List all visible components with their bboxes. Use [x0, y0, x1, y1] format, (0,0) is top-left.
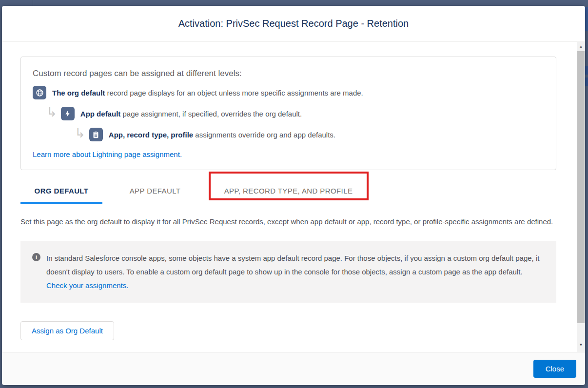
screen-backdrop: Activation: PrivSec Request Record Page … — [0, 0, 588, 388]
assign-org-default-button[interactable]: Assign as Org Default — [20, 321, 114, 340]
tab-app-record-type-profile[interactable]: APP, RECORD TYPE, AND PROFILE — [209, 178, 368, 204]
scroll-down-icon[interactable]: ▼ — [577, 341, 585, 349]
tab-app-default[interactable]: APP DEFAULT — [112, 178, 198, 204]
scroll-thumb[interactable] — [577, 51, 585, 323]
assignment-levels-card: Custom record pages can be assigned at d… — [20, 57, 556, 170]
level-row-app-record-profile: ↳ App, record type, profile assignments … — [75, 128, 544, 141]
modal-body: Custom record pages can be assigned at d… — [2, 42, 585, 352]
close-button[interactable]: Close — [533, 360, 576, 378]
info-icon: i — [32, 253, 40, 261]
tab-org-default[interactable]: ORG DEFAULT — [20, 178, 102, 204]
backdrop-fragment — [585, 66, 588, 75]
branch-arrow-icon: ↳ — [46, 106, 57, 118]
learn-more-link[interactable]: Learn more about Lightning page assignme… — [33, 150, 182, 158]
scroll-up-icon[interactable]: ▲ — [577, 43, 585, 51]
activation-modal: Activation: PrivSec Request Record Page … — [2, 6, 585, 385]
modal-title: Activation: PrivSec Request Record Page … — [178, 18, 409, 29]
tab-bar: ORG DEFAULT APP DEFAULT APP, RECORD TYPE… — [20, 178, 556, 204]
scrollbar[interactable]: ▲ ▼ — [577, 42, 585, 352]
card-heading: Custom record pages can be assigned at d… — [33, 69, 544, 78]
level-row-org-default: The org default record page displays for… — [33, 86, 544, 99]
check-assignments-link[interactable]: Check your assignments. — [46, 281, 128, 290]
backdrop-divider — [33, 0, 33, 6]
backdrop-fragment — [585, 78, 588, 86]
backdrop-fragment — [585, 7, 588, 31]
branch-arrow-icon: ↳ — [75, 127, 85, 139]
level-text: App default page assignment, if specifie… — [80, 110, 302, 118]
org-default-description: Set this page as the org default to disp… — [20, 215, 556, 228]
modal-header: Activation: PrivSec Request Record Page … — [2, 6, 585, 41]
clipboard-icon — [89, 128, 103, 141]
lightning-icon — [61, 107, 75, 120]
note-text: In standard Salesforce console apps, som… — [46, 252, 544, 292]
level-text: App, record type, profile assignments ov… — [109, 131, 335, 139]
level-text: The org default record page displays for… — [52, 89, 363, 97]
modal-footer: Close — [2, 352, 585, 385]
level-row-app-default: ↳ App default page assignment, if specif… — [46, 107, 544, 120]
globe-icon — [33, 86, 46, 99]
console-note-box: i In standard Salesforce console apps, s… — [20, 241, 556, 302]
